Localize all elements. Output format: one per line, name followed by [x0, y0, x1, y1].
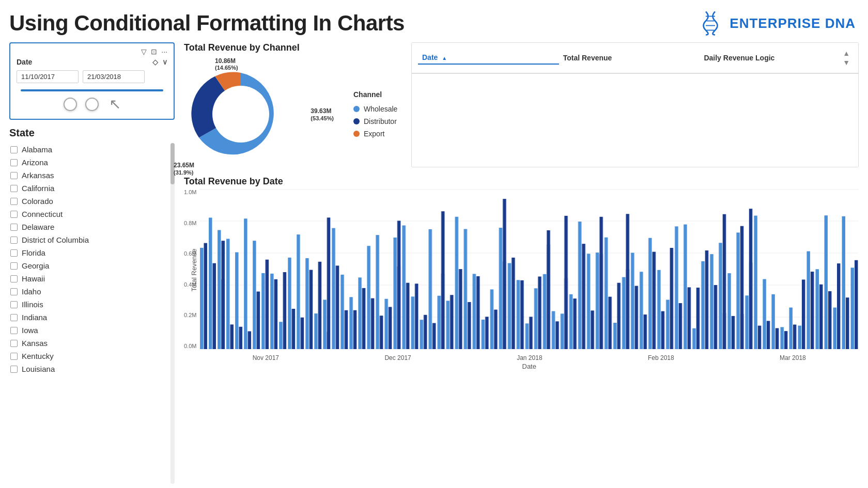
scrollbar-track[interactable]: [171, 143, 175, 484]
state-label: Hawaii: [22, 274, 45, 283]
state-item[interactable]: Colorado: [9, 195, 168, 208]
state-item[interactable]: Kansas: [9, 337, 168, 350]
state-item[interactable]: Idaho: [9, 285, 168, 298]
y-label-5: 1.0M: [184, 189, 196, 195]
filter-icon[interactable]: ▽: [141, 48, 147, 56]
end-date-input[interactable]: 21/03/2018: [83, 70, 145, 83]
state-checkbox[interactable]: [10, 353, 18, 360]
state-checkbox[interactable]: [10, 185, 18, 192]
date-inputs: 11/10/2017 21/03/2018: [17, 70, 167, 83]
donut-hole: [212, 86, 269, 143]
state-checkbox[interactable]: [10, 327, 18, 334]
legend-wholesale: Wholesale: [353, 105, 397, 113]
donut-label-top: 10.86M (14.65%): [215, 57, 238, 71]
state-label: Connecticut: [22, 210, 63, 218]
content-area: Total Revenue by Channel: [184, 42, 859, 484]
slicer-toolbar: ▽ ⊡ ···: [17, 48, 167, 56]
state-checkbox[interactable]: [10, 146, 18, 153]
state-item[interactable]: Louisiana: [9, 363, 168, 375]
page-title: Using Conditional Formatting In Charts: [9, 11, 405, 36]
scroll-up-icon[interactable]: ▲: [843, 49, 850, 57]
state-label: California: [22, 184, 54, 193]
clear-icon[interactable]: ◇: [152, 58, 158, 66]
state-checkbox[interactable]: [10, 237, 18, 244]
x-label-feb2018: Feb 2018: [648, 354, 674, 361]
slider-left-handle[interactable]: [64, 98, 77, 111]
distributor-dot: [353, 118, 360, 124]
wholesale-label: Wholesale: [364, 105, 397, 113]
state-checkbox[interactable]: [10, 366, 18, 373]
y-label-0: 0.0M: [184, 343, 196, 349]
wholesale-dot: [353, 106, 360, 112]
state-item[interactable]: Iowa: [9, 324, 168, 337]
state-label: Illinois: [22, 300, 43, 309]
slicer-header-icons: ◇ ∨: [152, 58, 167, 66]
y-label-1: 0.2M: [184, 312, 196, 318]
state-checkbox[interactable]: [10, 301, 18, 308]
col-date[interactable]: Date ▲: [418, 51, 559, 65]
state-label: Indiana: [22, 313, 47, 322]
export-label: Export: [364, 130, 384, 138]
y-axis-label: Total Revenue: [191, 248, 198, 291]
state-item[interactable]: Delaware: [9, 221, 168, 233]
dna-icon: [696, 9, 724, 37]
state-filter-title: State: [9, 127, 175, 139]
state-label: Iowa: [22, 326, 38, 335]
page-header: Using Conditional Formatting In Charts E…: [0, 0, 868, 42]
export-dot: [353, 131, 360, 137]
state-checkbox[interactable]: [10, 288, 18, 295]
state-checkbox[interactable]: [10, 211, 18, 218]
donut-label-bottom: 23.65M(31.9%): [174, 162, 194, 176]
table-scroll-controls: ▲ ▼: [841, 47, 852, 69]
state-checkbox[interactable]: [10, 262, 18, 270]
slider-right-handle[interactable]: [85, 98, 99, 111]
x-axis-labels: Nov 2017 Dec 2017 Jan 2018 Feb 2018 Mar …: [199, 351, 859, 361]
state-checkbox[interactable]: [10, 224, 18, 231]
state-checkbox[interactable]: [10, 249, 18, 257]
donut-area: 10.86M (14.65%) 39.63M(53.45%) 23.65M(31…: [184, 57, 401, 171]
state-item[interactable]: Connecticut: [9, 208, 168, 221]
state-item[interactable]: California: [9, 182, 168, 195]
start-date-input[interactable]: 11/10/2017: [17, 70, 79, 83]
state-label: Idaho: [22, 287, 41, 296]
donut-legend: Channel Wholesale Distributor Export: [353, 90, 397, 138]
state-list: AlabamaArizonaArkansasCaliforniaColorado…: [9, 143, 171, 484]
col-daily-revenue-logic[interactable]: Daily Revenue Logic: [700, 52, 841, 64]
donut-svg-element: [184, 57, 298, 171]
state-item[interactable]: Alabama: [9, 143, 168, 156]
legend-export: Export: [353, 130, 397, 138]
x-label-mar2018: Mar 2018: [780, 354, 806, 361]
col-total-revenue[interactable]: Total Revenue: [559, 52, 700, 64]
bar-chart-container: 1.0M 0.8M 0.6M 0.4M 0.2M 0.0M Total Reve…: [184, 189, 859, 370]
state-item[interactable]: Hawaii: [9, 272, 168, 285]
scroll-down-icon[interactable]: ▼: [843, 58, 850, 67]
state-checkbox[interactable]: [10, 314, 18, 321]
more-icon[interactable]: ···: [161, 48, 167, 56]
state-item[interactable]: Kentucky: [9, 350, 168, 363]
collapse-icon[interactable]: ∨: [162, 58, 167, 66]
state-checkbox[interactable]: [10, 275, 18, 282]
state-checkbox[interactable]: [10, 172, 18, 179]
left-panel: ▽ ⊡ ··· Date ◇ ∨ 11/10/2017 21/03/2018: [9, 42, 175, 484]
table-section: Date ▲ Total Revenue Daily Revenue Logic…: [411, 42, 859, 167]
bar-canvas: [199, 189, 859, 349]
state-item[interactable]: Indiana: [9, 311, 168, 324]
state-checkbox[interactable]: [10, 340, 18, 347]
state-item[interactable]: Florida: [9, 246, 168, 259]
legend-distributor: Distributor: [353, 117, 397, 125]
state-filter: State AlabamaArizonaArkansasCaliforniaCo…: [9, 127, 175, 484]
expand-icon[interactable]: ⊡: [151, 48, 157, 56]
state-item[interactable]: Arkansas: [9, 169, 168, 182]
donut-label-right: 39.63M(53.45%): [311, 107, 334, 122]
cursor-icon: ↖: [109, 96, 121, 113]
state-label: District of Columbia: [22, 235, 89, 244]
state-label: Louisiana: [22, 365, 55, 373]
state-checkbox[interactable]: [10, 159, 18, 166]
state-item[interactable]: District of Columbia: [9, 233, 168, 246]
state-item[interactable]: Georgia: [9, 259, 168, 272]
state-item[interactable]: Arizona: [9, 156, 168, 169]
state-checkbox[interactable]: [10, 198, 18, 205]
state-item[interactable]: Illinois: [9, 298, 168, 311]
state-label: Arkansas: [22, 171, 54, 180]
x-axis-label: Date: [199, 363, 859, 370]
